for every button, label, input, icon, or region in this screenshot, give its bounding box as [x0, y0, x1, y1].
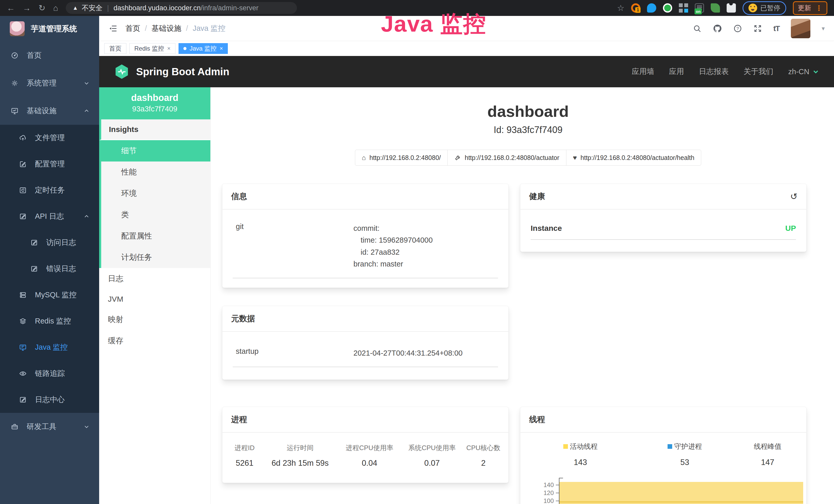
sba-item-metrics[interactable]: 性能: [99, 161, 211, 183]
service-url-button[interactable]: ⌂ http://192.168.0.2:48080/: [355, 150, 448, 166]
breadcrumb-infrastructure[interactable]: 基础设施: [152, 23, 181, 33]
close-icon[interactable]: ×: [220, 45, 223, 52]
breadcrumb-home[interactable]: 首页: [125, 23, 140, 33]
sidebar-item-home[interactable]: 首页: [0, 42, 99, 69]
sba-item-jvm[interactable]: JVM: [99, 289, 211, 309]
sba-item-scheduled-tasks[interactable]: 计划任务: [99, 247, 211, 268]
address-bar[interactable]: ▲ 不安全 | dashboard.yudao.iocoder.cn/infra…: [66, 2, 297, 14]
close-icon[interactable]: ×: [167, 45, 171, 52]
heartbeat-icon: ♥: [573, 154, 577, 162]
legend-label: 活动线程: [570, 442, 598, 451]
search-icon[interactable]: [693, 24, 701, 33]
threads-chart: 140 120 100: [520, 478, 806, 504]
sba-nav-wallboard[interactable]: 应用墙: [632, 67, 654, 77]
sidebar-item-label: 链路追踪: [35, 368, 65, 379]
git-id-line: id: 27aa832: [360, 246, 433, 258]
extension-icon-grid[interactable]: [679, 3, 688, 13]
sidebar-item-mysql-monitor[interactable]: MySQL 监控: [0, 282, 99, 308]
security-label[interactable]: 不安全: [82, 3, 103, 13]
breadcrumb-separator: /: [186, 24, 188, 32]
sidebar-item-config-management[interactable]: 配置管理: [0, 151, 99, 177]
sba-item-caches[interactable]: 缓存: [99, 330, 211, 351]
spring-boot-admin-frame: Spring Boot Admin 应用墙 应用 日志报表 关于我们 zh-CN…: [99, 56, 834, 504]
sidebar-item-infrastructure[interactable]: 基础设施: [0, 97, 99, 125]
sba-nav-about[interactable]: 关于我们: [744, 67, 773, 77]
sba-item-details[interactable]: 细节: [99, 140, 211, 161]
sba-nav-applications[interactable]: 应用: [669, 67, 684, 77]
sidebar-item-tracing[interactable]: 链路追踪: [0, 361, 99, 387]
sidebar-item-label: 访问日志: [46, 237, 76, 248]
url-path: /infra/admin-server: [201, 4, 258, 12]
sba-item-environment[interactable]: 环境: [99, 183, 211, 204]
col-header: 系统CPU使用率: [401, 443, 463, 452]
sidebar-item-error-log[interactable]: 错误日志: [0, 256, 99, 282]
sidebar-item-label: 定时任务: [35, 185, 65, 196]
edit-icon: [30, 265, 39, 273]
help-icon[interactable]: ?: [733, 24, 742, 33]
fullscreen-icon[interactable]: [753, 24, 762, 33]
sidebar-item-redis-monitor[interactable]: Redis 监控: [0, 308, 99, 334]
avatar-caret-icon[interactable]: ▾: [822, 25, 825, 32]
extension-icon-green-circle[interactable]: [663, 3, 672, 13]
browser-forward-icon[interactable]: →: [23, 4, 31, 12]
browser-home-icon[interactable]: ⌂: [53, 4, 58, 12]
sba-item-logs[interactable]: 日志: [99, 268, 211, 289]
actuator-url-button[interactable]: http://192.168.0.2:48080/actuator: [447, 150, 566, 166]
sidebar-item-java-monitor[interactable]: Java 监控: [0, 334, 99, 361]
user-avatar[interactable]: [791, 19, 810, 38]
sidebar-item-log-center[interactable]: 日志中心: [0, 387, 99, 413]
app-logo[interactable]: 芋道管理系统: [0, 16, 99, 42]
col-header: 进程CPU使用率: [337, 443, 401, 452]
metadata-card-title: 元数据: [231, 313, 255, 324]
extension-icon-list[interactable]: on: [695, 3, 704, 13]
font-size-icon[interactable]: tT: [773, 24, 780, 33]
tab-java-monitor[interactable]: Java 监控 ×: [178, 43, 228, 54]
bookmark-star-icon[interactable]: ☆: [617, 3, 624, 13]
tab-label: 首页: [109, 44, 122, 53]
sidebar-item-file-management[interactable]: 文件管理: [0, 125, 99, 151]
metadata-card: 元数据 startup 2021-04-27T00:44:31.254+08:0…: [222, 306, 509, 380]
browser-menu-icon[interactable]: ⋮: [815, 4, 822, 12]
sba-item-config-props[interactable]: 配置属性: [99, 225, 211, 247]
instance-header[interactable]: dashboard 93a3fc7f7409: [99, 87, 211, 119]
actuator-url: http://192.168.0.2:48080/actuator: [465, 154, 559, 161]
y-tick-label: 120: [544, 489, 554, 497]
tab-redis-monitor[interactable]: Redis 监控 ×: [129, 43, 175, 54]
process-card-header: 进程: [222, 407, 508, 433]
health-label: Instance: [531, 224, 562, 233]
sba-language-select[interactable]: zh-CN: [788, 68, 820, 76]
health-card: 健康 ↺ Instance UP: [520, 184, 807, 252]
browser-reload-icon[interactable]: ↻: [39, 4, 45, 12]
sidebar-item-label: 研发工具: [27, 421, 57, 432]
sidebar-item-system[interactable]: 系统管理: [0, 69, 99, 97]
chevron-up-icon: [83, 108, 90, 114]
sidebar-item-scheduled-jobs[interactable]: 定时任务: [0, 177, 99, 203]
sidebar-item-api-log[interactable]: API 日志: [0, 203, 99, 230]
paused-profile-button[interactable]: 已暂停: [743, 1, 786, 15]
sidebar-item-access-log[interactable]: 访问日志: [0, 230, 99, 256]
extension-icon-leaf[interactable]: [711, 3, 720, 13]
y-tick-label: 140: [544, 481, 554, 488]
git-time-line: time: 1596289704000: [360, 234, 433, 246]
wrench-icon: [454, 154, 461, 161]
browser-back-icon[interactable]: ←: [7, 4, 15, 12]
sidebar-item-dev-tools[interactable]: 研发工具: [0, 413, 99, 441]
sba-nav-journal[interactable]: 日志报表: [699, 67, 729, 77]
sba-brand[interactable]: Spring Boot Admin: [113, 63, 229, 80]
sba-language-value: zh-CN: [788, 68, 809, 76]
extension-icon-pin[interactable]: [647, 3, 656, 13]
health-url-button[interactable]: ♥ http://192.168.0.2:48080/actuator/heal…: [566, 150, 701, 166]
extension-icon-orange[interactable]: 1: [631, 3, 640, 13]
process-headers: 进程ID 运行时间 进程CPU使用率 系统CPU使用率 CPU核心数: [226, 443, 504, 452]
github-icon[interactable]: [713, 24, 722, 33]
extensions-puzzle-icon[interactable]: [727, 3, 736, 13]
page-subtitle: Id: 93a3fc7f7409: [222, 124, 834, 135]
sba-item-mappings[interactable]: 映射: [99, 309, 211, 330]
health-row-instance[interactable]: Instance UP: [531, 224, 796, 240]
tab-home[interactable]: 首页: [104, 43, 126, 54]
sba-item-classes[interactable]: 类: [99, 204, 211, 225]
history-icon[interactable]: ↺: [790, 191, 798, 202]
hamburger-icon[interactable]: [108, 24, 118, 33]
legend-daemon-threads: 守护进程 53: [640, 442, 729, 467]
browser-update-button[interactable]: 更新 ⋮: [793, 1, 827, 15]
